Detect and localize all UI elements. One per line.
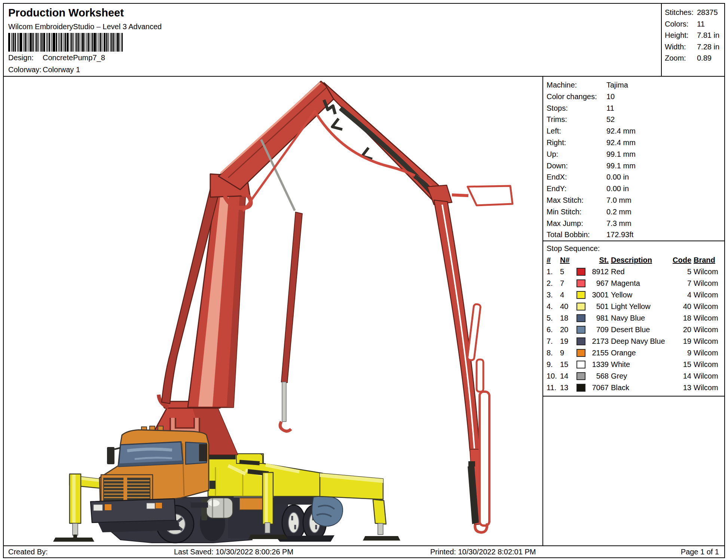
stop-row-num: 6. — [547, 324, 560, 336]
air-intake — [199, 444, 207, 461]
machine-row: Min Stitch:0.2 mm — [547, 206, 724, 218]
thread-color-swatch — [576, 314, 585, 322]
machine-row: Max Stitch:7.0 mm — [547, 195, 724, 206]
knuckle-bracket — [468, 186, 513, 205]
stat-row: Width:7.28 in — [665, 41, 724, 53]
production-worksheet-page: Production Worksheet Wilcom EmbroiderySt… — [3, 3, 725, 558]
stop-sequence: Stop Sequence: # N# St. Description Code… — [543, 241, 724, 397]
last-saved-label: Last Saved: 10/30/2022 8:00:26 PM — [174, 546, 293, 558]
footer: Created By: Last Saved: 10/30/2022 8:00:… — [4, 546, 724, 558]
machine-row: Total Bobbin:172.93ft — [547, 229, 724, 241]
thread-color-swatch — [576, 291, 585, 299]
design-barcode — [8, 33, 127, 52]
col-header-num: # — [547, 254, 560, 266]
stop-row-num: 8. — [547, 347, 560, 359]
boom-segment-1 — [162, 174, 251, 407]
machine-row: Left:92.4 mm — [547, 125, 724, 137]
stop-row-num: 10. — [547, 370, 560, 382]
col-header-n: N# — [560, 254, 576, 266]
colorway-row: Colorway:Colorway 1 — [8, 65, 80, 74]
design-name-row: Design:ConcretePump7_8 — [8, 53, 105, 62]
colorway-label: Colorway: — [8, 65, 43, 74]
orange-side-box — [239, 498, 263, 510]
header: Production Worksheet Wilcom EmbroiderySt… — [4, 4, 724, 77]
col-header-st: St. — [589, 254, 611, 266]
thread-color-swatch — [576, 372, 585, 380]
info-panel: Machine:Tajima Color changes:10 Stops:11… — [542, 77, 724, 545]
segment2-cylinder — [281, 212, 302, 383]
machine-info: Machine:Tajima Color changes:10 Stops:11… — [543, 77, 724, 241]
hose-tarp-bundle — [312, 496, 343, 526]
headlight — [94, 505, 103, 511]
stop-row-num: 2. — [547, 278, 560, 289]
thread-color-swatch — [576, 326, 585, 334]
colorway-value: Colorway 1 — [43, 65, 80, 74]
stop-row-num: 7. — [547, 336, 560, 347]
software-subtitle: Wilcom EmbroideryStudio – Level 3 Advanc… — [8, 22, 162, 31]
design-preview-svg — [4, 77, 542, 545]
design-canvas — [4, 77, 542, 545]
machine-row: Stops:11 — [547, 102, 724, 114]
page-number: Page 1 of 1 — [681, 546, 719, 558]
thread-color-swatch — [576, 268, 585, 276]
thread-color-swatch — [576, 337, 585, 345]
thread-color-swatch — [576, 384, 585, 392]
stop-row-num: 4. — [547, 301, 560, 312]
stop-row-num: 5. — [547, 312, 560, 324]
created-by-label: Created By: — [8, 546, 48, 558]
stop-row-num: 9. — [547, 359, 560, 370]
machine-row: Up:99.1 mm — [547, 149, 724, 160]
machine-row: Color changes:10 — [547, 91, 724, 102]
stop-row-num: 3. — [547, 289, 560, 301]
col-header-code: Code — [672, 254, 694, 266]
stat-row: Zoom:0.89 — [665, 52, 724, 64]
pipe-frame — [480, 392, 489, 526]
stat-row: Colors:11 — [665, 18, 724, 30]
stat-row: Height:7.81 in — [665, 30, 724, 41]
col-header-brand: Brand — [694, 254, 722, 266]
turn-signal — [105, 504, 111, 510]
front-bumper — [91, 499, 176, 523]
machine-row: EndY:0.00 in — [547, 183, 724, 195]
stat-row: Stitches:28375 — [665, 7, 724, 18]
stop-row-num: 11. — [547, 382, 560, 394]
thread-color-swatch — [576, 349, 585, 357]
main-area: Machine:Tajima Color changes:10 Stops:11… — [4, 77, 724, 546]
design-label: Design: — [8, 53, 43, 62]
thread-color-swatch — [576, 361, 585, 368]
side-mirror — [107, 447, 114, 464]
machine-row: Down:99.1 mm — [547, 160, 724, 172]
machine-row: EndX:0.00 in — [547, 171, 724, 183]
design-value: ConcretePump7_8 — [43, 53, 105, 62]
page-title: Production Worksheet — [8, 7, 124, 19]
thread-color-swatch — [576, 279, 585, 287]
stop-sequence-title: Stop Sequence: — [547, 243, 722, 254]
machine-row: Machine:Tajima — [547, 79, 724, 91]
thread-color-swatch — [576, 303, 585, 310]
stop-row-num: 1. — [547, 266, 560, 278]
printed-label: Printed: 10/30/2022 8:02:01 PM — [430, 546, 536, 558]
design-stats: Stitches:28375 Colors:11 Height:7.81 in … — [661, 4, 724, 76]
col-header-description: Description — [611, 254, 672, 266]
machine-row: Right:92.4 mm — [547, 137, 724, 149]
machine-row: Max Jump:7.3 mm — [547, 218, 724, 229]
machine-row: Trims:52 — [547, 114, 724, 125]
stop-sequence-table: # N# St. Description Code Brand 1.58912R… — [547, 254, 722, 394]
